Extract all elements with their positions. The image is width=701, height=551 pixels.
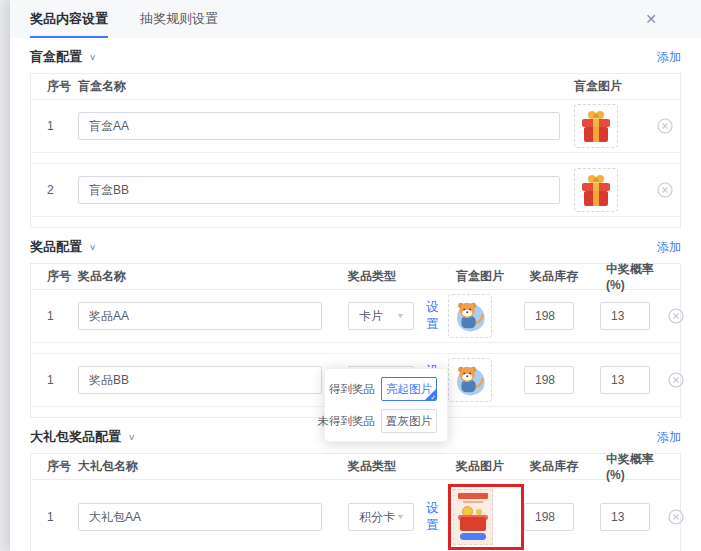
chevron-down-icon[interactable]: ∨ bbox=[89, 52, 96, 61]
image-type-popup: 得到奖品 亮起图片 ✓ 未得到奖品 置灰图片 bbox=[324, 368, 448, 442]
row-index: 2 bbox=[31, 183, 78, 197]
row-index: 1 bbox=[31, 119, 78, 133]
col-stock: 奖品库存 bbox=[524, 268, 600, 285]
row-index: 1 bbox=[31, 510, 78, 524]
table-row: 2 bbox=[31, 163, 680, 217]
add-blindbox-button[interactable]: 添加 bbox=[657, 49, 681, 66]
col-blindbox-name: 盲盒名称 bbox=[78, 78, 574, 95]
col-blindbox-image: 盲盒图片 bbox=[574, 78, 650, 95]
col-index: 序号 bbox=[31, 458, 78, 475]
popup-row: 得到奖品 亮起图片 ✓ bbox=[335, 377, 437, 401]
section-title: 奖品配置 bbox=[30, 238, 82, 256]
prize-image-upload[interactable] bbox=[448, 358, 492, 402]
lit-image-option[interactable]: 亮起图片 ✓ bbox=[381, 377, 437, 401]
row-index: 1 bbox=[31, 373, 78, 387]
prize-name-input[interactable] bbox=[78, 302, 322, 330]
probability-input[interactable] bbox=[600, 302, 650, 330]
check-icon: ✓ bbox=[430, 394, 436, 401]
tiger-card-icon bbox=[451, 297, 489, 335]
remove-row-icon[interactable] bbox=[668, 308, 684, 324]
section-prize-header: 奖品配置 ∨ 添加 bbox=[30, 238, 681, 256]
table-row: 1 卡片 ▼ 设置 bbox=[31, 290, 680, 343]
tab-lottery-rules[interactable]: 抽奖规则设置 bbox=[140, 0, 218, 38]
table-header: 序号 大礼包名称 奖品类型 奖品图片 奖品库存 中奖概率 (%) bbox=[31, 454, 680, 480]
prize-name-input[interactable] bbox=[78, 366, 322, 394]
gift-package-poster-image[interactable] bbox=[453, 489, 493, 545]
add-package-button[interactable]: 添加 bbox=[657, 429, 681, 446]
highlight-frame bbox=[448, 484, 524, 550]
probability-input[interactable] bbox=[600, 503, 650, 531]
prize-type-select[interactable]: 卡片 ▼ bbox=[348, 302, 414, 330]
table-header: 序号 奖品名称 奖品类型 盲盒图片 奖品库存 中奖概率 (%) bbox=[31, 264, 680, 290]
package-name-input[interactable] bbox=[78, 503, 322, 531]
drawer-content: 盲盒配置 ∨ 添加 序号 盲盒名称 盲盒图片 1 bbox=[10, 48, 701, 551]
col-blindbox-image: 盲盒图片 bbox=[448, 268, 524, 285]
poster-button-bar bbox=[460, 533, 486, 540]
gift-box-icon bbox=[579, 108, 613, 144]
blindbox-table: 序号 盲盒名称 盲盒图片 1 bbox=[30, 73, 681, 228]
col-prize-image: 奖品图片 bbox=[448, 458, 524, 475]
col-stock: 奖品库存 bbox=[524, 458, 600, 475]
blindbox-image-upload[interactable] bbox=[574, 168, 618, 212]
section-blindbox-header: 盲盒配置 ∨ 添加 bbox=[30, 48, 681, 66]
section-title: 大礼包奖品配置 bbox=[30, 428, 121, 446]
poster-title-bar bbox=[458, 493, 488, 499]
gray-image-option[interactable]: 置灰图片 bbox=[381, 409, 437, 433]
stock-input[interactable] bbox=[524, 366, 574, 394]
remove-row-icon[interactable] bbox=[668, 509, 684, 525]
row-index: 1 bbox=[31, 309, 78, 323]
gift-box-icon bbox=[579, 172, 613, 208]
stock-input[interactable] bbox=[524, 302, 574, 330]
prize-settings-drawer: 奖品内容设置 抽奖规则设置 ✕ 盲盒配置 ∨ 添加 序号 盲盒名称 盲盒图片 1 bbox=[10, 0, 701, 551]
col-package-name: 大礼包名称 bbox=[78, 458, 348, 475]
popup-label: 得到奖品 bbox=[329, 382, 375, 397]
table-row: 1 积分卡 ▼ 设置 bbox=[31, 480, 680, 551]
col-prize-name: 奖品名称 bbox=[78, 268, 348, 285]
tab-bar: 奖品内容设置 抽奖规则设置 ✕ bbox=[10, 0, 701, 38]
gift-box-body bbox=[460, 517, 486, 531]
option-label: 置灰图片 bbox=[386, 414, 432, 429]
poster-subtitle-bar bbox=[463, 501, 483, 503]
remove-row-icon[interactable] bbox=[668, 372, 684, 388]
prize-type-select[interactable]: 积分卡 ▼ bbox=[348, 503, 414, 531]
col-index: 序号 bbox=[31, 78, 78, 95]
col-probability: 中奖概率 (%) bbox=[600, 451, 668, 482]
popup-label: 未得到奖品 bbox=[318, 414, 376, 429]
chevron-down-icon: ▼ bbox=[396, 312, 405, 320]
select-value: 卡片 bbox=[359, 308, 383, 325]
close-icon[interactable]: ✕ bbox=[645, 11, 657, 27]
remove-row-icon[interactable] bbox=[657, 118, 673, 134]
section-title: 盲盒配置 bbox=[30, 48, 82, 66]
settings-link[interactable]: 设置 bbox=[426, 299, 448, 333]
col-prize-type: 奖品类型 bbox=[348, 458, 448, 475]
remove-row-icon[interactable] bbox=[657, 182, 673, 198]
col-probability: 中奖概率 (%) bbox=[600, 261, 668, 292]
package-table: 序号 大礼包名称 奖品类型 奖品图片 奖品库存 中奖概率 (%) 1 积分卡 ▼… bbox=[30, 453, 681, 551]
popup-row: 未得到奖品 置灰图片 bbox=[335, 409, 437, 433]
settings-link[interactable]: 设置 bbox=[426, 500, 448, 534]
table-row: 1 bbox=[31, 100, 680, 153]
chevron-down-icon[interactable]: ∨ bbox=[128, 432, 135, 441]
add-prize-button[interactable]: 添加 bbox=[657, 239, 681, 256]
blindbox-name-input[interactable] bbox=[78, 176, 560, 204]
tab-prize-content[interactable]: 奖品内容设置 bbox=[30, 0, 108, 38]
col-prize-type: 奖品类型 bbox=[348, 268, 448, 285]
probability-input[interactable] bbox=[600, 366, 650, 394]
chevron-down-icon[interactable]: ∨ bbox=[89, 242, 96, 251]
blindbox-image-upload[interactable] bbox=[574, 104, 618, 148]
stock-input[interactable] bbox=[524, 503, 574, 531]
tiger-card-icon bbox=[451, 361, 489, 399]
select-value: 积分卡 bbox=[359, 509, 395, 526]
col-index: 序号 bbox=[31, 268, 78, 285]
table-header: 序号 盲盒名称 盲盒图片 bbox=[31, 74, 680, 100]
blindbox-name-input[interactable] bbox=[78, 112, 560, 140]
prize-image-upload[interactable] bbox=[448, 294, 492, 338]
chevron-down-icon: ▼ bbox=[396, 513, 405, 521]
